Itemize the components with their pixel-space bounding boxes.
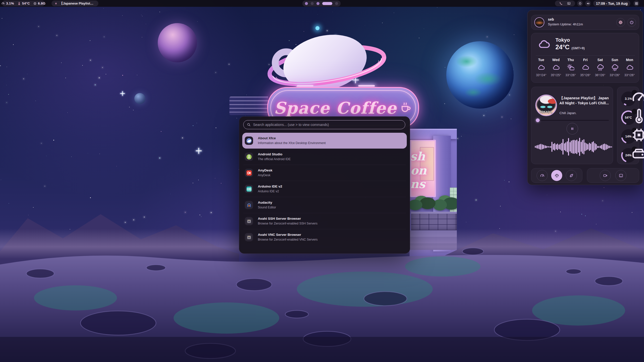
star	[424, 29, 424, 29]
app-row[interactable]: Avahi SSH Server BrowserBrowse for Zeroc…	[242, 213, 407, 229]
star	[133, 219, 134, 220]
visualizer-bar	[575, 140, 576, 153]
app-name: Android Studio	[258, 152, 291, 157]
video-icon	[603, 173, 608, 178]
visualizer-bar	[558, 145, 559, 149]
visualizer-bar	[594, 143, 595, 151]
star	[504, 180, 505, 180]
workspace-dot-4[interactable]	[322, 2, 332, 5]
divider	[536, 55, 635, 56]
audio-visualizer	[535, 136, 610, 157]
visualizer-bar	[572, 140, 573, 154]
phone-icon[interactable]	[559, 2, 563, 5]
visualizer-bar	[565, 142, 566, 151]
forecast-temps: 33°/26°	[610, 73, 620, 77]
overview-button[interactable]	[633, 1, 639, 6]
star	[484, 115, 484, 116]
visualizer-bar	[571, 141, 572, 153]
settings-button[interactable]	[616, 18, 625, 27]
star	[82, 65, 83, 66]
clock-pill[interactable]: 17:09 - Tue, 19 Aug	[593, 1, 630, 6]
scales-button[interactable]	[551, 170, 562, 181]
volume-button[interactable]	[585, 1, 591, 6]
image-icon[interactable]	[567, 2, 571, 5]
app-row[interactable]: AnyDeskAnyDesk	[242, 165, 407, 181]
leaf-button[interactable]	[566, 170, 577, 181]
star	[193, 183, 193, 183]
star	[6, 102, 7, 103]
visualizer-bar	[597, 146, 598, 148]
visualizer-bar	[536, 145, 537, 148]
gear-icon	[618, 20, 623, 25]
video-button[interactable]	[600, 170, 611, 181]
star	[476, 200, 476, 200]
forecast-temps: 36°/26°	[595, 73, 605, 77]
app-name: Avahi SSH Server Browser	[258, 217, 317, 221]
star	[6, 85, 7, 85]
visualizer-bar	[587, 144, 588, 150]
now-playing-pill[interactable]: 【Japanese Playlist】 J...	[52, 1, 98, 6]
pause-button[interactable]	[567, 123, 578, 134]
forecast-day: Wed35°/25°	[549, 58, 563, 77]
app-row[interactable]: Arduino IDE v2Arduino IDE v2	[242, 181, 407, 197]
grid-icon	[635, 2, 638, 5]
cafe-step	[410, 230, 457, 237]
visualizer-bar	[607, 145, 608, 149]
sign-text: Space Coffee	[274, 99, 397, 117]
app-row[interactable]: About XfceInformation about the Xfce Des…	[242, 133, 407, 149]
xfce-app-icon	[245, 137, 253, 145]
visualizer-bar	[585, 143, 586, 151]
search-input[interactable]: Search applications... (use > to view co…	[243, 120, 405, 129]
system-stats-pill[interactable]: 3.1% 54°C 6.8G	[2, 1, 45, 6]
speedometer-button[interactable]	[537, 170, 548, 181]
forecast-temps: 35°/26°	[580, 73, 590, 77]
app-name: About Xfce	[258, 136, 326, 141]
scales-icon	[554, 173, 559, 178]
power-button[interactable]	[627, 18, 636, 27]
visualizer-bar	[593, 141, 594, 152]
workspace-indicator[interactable]	[302, 1, 341, 7]
notifications-button[interactable]	[577, 1, 583, 6]
thermometer-icon	[632, 109, 637, 114]
pause-icon	[570, 127, 574, 131]
star	[7, 67, 7, 67]
star	[382, 23, 383, 23]
workspace-dot-2[interactable]	[311, 2, 314, 5]
quick-settings-pill[interactable]	[555, 1, 575, 6]
media-title: 【Japanese Playlist】 Japan All Night - To…	[558, 96, 610, 106]
app-row[interactable]: AudacitySound Editor	[242, 197, 407, 213]
star	[142, 16, 142, 16]
app-name: AnyDesk	[258, 168, 272, 173]
media-progress-bar[interactable]	[536, 120, 609, 121]
star	[487, 36, 488, 37]
workspace-dot-5[interactable]	[335, 2, 338, 5]
memory-stat: 6.8G	[33, 2, 46, 5]
media-progress-knob[interactable]	[536, 118, 540, 122]
star	[116, 166, 117, 166]
star	[509, 182, 509, 182]
cloud-icon	[536, 38, 552, 51]
star	[581, 214, 582, 215]
forecast-day-label: Tue	[538, 58, 544, 62]
earth-planet	[446, 41, 514, 109]
star	[445, 67, 445, 68]
visualizer-bar	[603, 144, 604, 150]
memory-value: 6.8G	[38, 2, 46, 5]
leaf-icon	[569, 173, 574, 178]
coffee-cup-icon	[399, 100, 412, 113]
star	[95, 84, 96, 85]
app-row[interactable]: Android StudioThe official Android IDE	[242, 149, 407, 165]
wallpaper-button[interactable]	[615, 170, 626, 181]
app-row[interactable]: Avahi VNC Server BrowserBrowse for Zeroc…	[242, 229, 407, 245]
visualizer-bar	[598, 146, 599, 148]
visualizer-bar	[574, 140, 575, 154]
star	[122, 75, 123, 76]
avatar[interactable]	[534, 17, 544, 27]
star	[245, 116, 246, 116]
workspace-dot-3[interactable]	[316, 2, 319, 5]
star	[125, 230, 125, 230]
sparkle-star	[196, 148, 202, 154]
album-art[interactable]: TOKYO L	[535, 95, 557, 116]
workspace-dot-1[interactable]	[305, 2, 308, 5]
star	[27, 74, 27, 74]
